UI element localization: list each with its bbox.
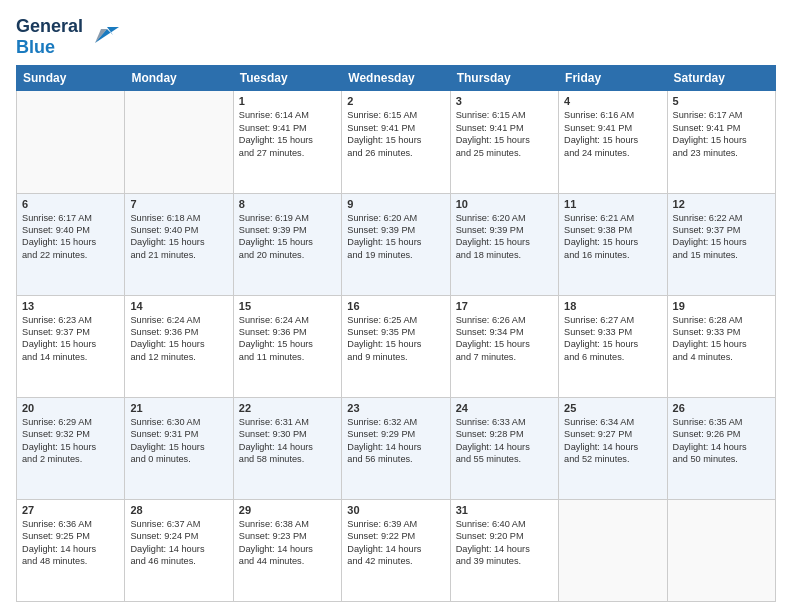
calendar-cell: 5Sunrise: 6:17 AM Sunset: 9:41 PM Daylig… bbox=[667, 91, 775, 193]
day-number: 26 bbox=[673, 402, 770, 414]
calendar-week-row: 20Sunrise: 6:29 AM Sunset: 9:32 PM Dayli… bbox=[17, 397, 776, 499]
day-number: 27 bbox=[22, 504, 119, 516]
calendar-cell: 16Sunrise: 6:25 AM Sunset: 9:35 PM Dayli… bbox=[342, 295, 450, 397]
calendar-cell: 19Sunrise: 6:28 AM Sunset: 9:33 PM Dayli… bbox=[667, 295, 775, 397]
calendar-cell: 1Sunrise: 6:14 AM Sunset: 9:41 PM Daylig… bbox=[233, 91, 341, 193]
calendar-cell: 28Sunrise: 6:37 AM Sunset: 9:24 PM Dayli… bbox=[125, 499, 233, 601]
day-number: 15 bbox=[239, 300, 336, 312]
cell-info: Sunrise: 6:30 AM Sunset: 9:31 PM Dayligh… bbox=[130, 416, 227, 466]
cell-info: Sunrise: 6:27 AM Sunset: 9:33 PM Dayligh… bbox=[564, 314, 661, 364]
day-number: 29 bbox=[239, 504, 336, 516]
cell-info: Sunrise: 6:32 AM Sunset: 9:29 PM Dayligh… bbox=[347, 416, 444, 466]
logo-text: GeneralBlue bbox=[16, 16, 83, 57]
calendar-cell: 25Sunrise: 6:34 AM Sunset: 9:27 PM Dayli… bbox=[559, 397, 667, 499]
cell-info: Sunrise: 6:15 AM Sunset: 9:41 PM Dayligh… bbox=[456, 109, 553, 159]
day-number: 20 bbox=[22, 402, 119, 414]
cell-info: Sunrise: 6:25 AM Sunset: 9:35 PM Dayligh… bbox=[347, 314, 444, 364]
weekday-header: Saturday bbox=[667, 66, 775, 91]
cell-info: Sunrise: 6:17 AM Sunset: 9:41 PM Dayligh… bbox=[673, 109, 770, 159]
cell-info: Sunrise: 6:24 AM Sunset: 9:36 PM Dayligh… bbox=[130, 314, 227, 364]
calendar-cell: 9Sunrise: 6:20 AM Sunset: 9:39 PM Daylig… bbox=[342, 193, 450, 295]
calendar-cell bbox=[125, 91, 233, 193]
calendar-cell: 7Sunrise: 6:18 AM Sunset: 9:40 PM Daylig… bbox=[125, 193, 233, 295]
cell-info: Sunrise: 6:38 AM Sunset: 9:23 PM Dayligh… bbox=[239, 518, 336, 568]
calendar-cell: 18Sunrise: 6:27 AM Sunset: 9:33 PM Dayli… bbox=[559, 295, 667, 397]
weekday-header: Wednesday bbox=[342, 66, 450, 91]
cell-info: Sunrise: 6:16 AM Sunset: 9:41 PM Dayligh… bbox=[564, 109, 661, 159]
day-number: 31 bbox=[456, 504, 553, 516]
day-number: 16 bbox=[347, 300, 444, 312]
calendar-cell: 21Sunrise: 6:30 AM Sunset: 9:31 PM Dayli… bbox=[125, 397, 233, 499]
calendar-week-row: 27Sunrise: 6:36 AM Sunset: 9:25 PM Dayli… bbox=[17, 499, 776, 601]
calendar-cell: 8Sunrise: 6:19 AM Sunset: 9:39 PM Daylig… bbox=[233, 193, 341, 295]
day-number: 18 bbox=[564, 300, 661, 312]
calendar-cell bbox=[17, 91, 125, 193]
cell-info: Sunrise: 6:24 AM Sunset: 9:36 PM Dayligh… bbox=[239, 314, 336, 364]
cell-info: Sunrise: 6:34 AM Sunset: 9:27 PM Dayligh… bbox=[564, 416, 661, 466]
day-number: 21 bbox=[130, 402, 227, 414]
day-number: 1 bbox=[239, 95, 336, 107]
day-number: 11 bbox=[564, 198, 661, 210]
cell-info: Sunrise: 6:21 AM Sunset: 9:38 PM Dayligh… bbox=[564, 212, 661, 262]
calendar-cell: 2Sunrise: 6:15 AM Sunset: 9:41 PM Daylig… bbox=[342, 91, 450, 193]
day-number: 28 bbox=[130, 504, 227, 516]
calendar-cell: 15Sunrise: 6:24 AM Sunset: 9:36 PM Dayli… bbox=[233, 295, 341, 397]
cell-info: Sunrise: 6:14 AM Sunset: 9:41 PM Dayligh… bbox=[239, 109, 336, 159]
calendar-cell: 6Sunrise: 6:17 AM Sunset: 9:40 PM Daylig… bbox=[17, 193, 125, 295]
day-number: 25 bbox=[564, 402, 661, 414]
logo-icon bbox=[87, 19, 119, 51]
calendar-week-row: 1Sunrise: 6:14 AM Sunset: 9:41 PM Daylig… bbox=[17, 91, 776, 193]
calendar-cell: 31Sunrise: 6:40 AM Sunset: 9:20 PM Dayli… bbox=[450, 499, 558, 601]
calendar-cell: 4Sunrise: 6:16 AM Sunset: 9:41 PM Daylig… bbox=[559, 91, 667, 193]
calendar-cell: 13Sunrise: 6:23 AM Sunset: 9:37 PM Dayli… bbox=[17, 295, 125, 397]
day-number: 9 bbox=[347, 198, 444, 210]
calendar-header-row: SundayMondayTuesdayWednesdayThursdayFrid… bbox=[17, 66, 776, 91]
day-number: 23 bbox=[347, 402, 444, 414]
cell-info: Sunrise: 6:39 AM Sunset: 9:22 PM Dayligh… bbox=[347, 518, 444, 568]
day-number: 30 bbox=[347, 504, 444, 516]
cell-info: Sunrise: 6:18 AM Sunset: 9:40 PM Dayligh… bbox=[130, 212, 227, 262]
calendar-cell: 17Sunrise: 6:26 AM Sunset: 9:34 PM Dayli… bbox=[450, 295, 558, 397]
calendar-week-row: 6Sunrise: 6:17 AM Sunset: 9:40 PM Daylig… bbox=[17, 193, 776, 295]
cell-info: Sunrise: 6:15 AM Sunset: 9:41 PM Dayligh… bbox=[347, 109, 444, 159]
day-number: 3 bbox=[456, 95, 553, 107]
calendar-cell: 30Sunrise: 6:39 AM Sunset: 9:22 PM Dayli… bbox=[342, 499, 450, 601]
day-number: 6 bbox=[22, 198, 119, 210]
cell-info: Sunrise: 6:17 AM Sunset: 9:40 PM Dayligh… bbox=[22, 212, 119, 262]
calendar-cell bbox=[667, 499, 775, 601]
cell-info: Sunrise: 6:26 AM Sunset: 9:34 PM Dayligh… bbox=[456, 314, 553, 364]
calendar-cell: 23Sunrise: 6:32 AM Sunset: 9:29 PM Dayli… bbox=[342, 397, 450, 499]
weekday-header: Tuesday bbox=[233, 66, 341, 91]
calendar-cell: 27Sunrise: 6:36 AM Sunset: 9:25 PM Dayli… bbox=[17, 499, 125, 601]
cell-info: Sunrise: 6:29 AM Sunset: 9:32 PM Dayligh… bbox=[22, 416, 119, 466]
cell-info: Sunrise: 6:20 AM Sunset: 9:39 PM Dayligh… bbox=[456, 212, 553, 262]
weekday-header: Monday bbox=[125, 66, 233, 91]
calendar-cell: 11Sunrise: 6:21 AM Sunset: 9:38 PM Dayli… bbox=[559, 193, 667, 295]
calendar-cell bbox=[559, 499, 667, 601]
cell-info: Sunrise: 6:22 AM Sunset: 9:37 PM Dayligh… bbox=[673, 212, 770, 262]
day-number: 8 bbox=[239, 198, 336, 210]
calendar-cell: 26Sunrise: 6:35 AM Sunset: 9:26 PM Dayli… bbox=[667, 397, 775, 499]
weekday-header: Thursday bbox=[450, 66, 558, 91]
day-number: 17 bbox=[456, 300, 553, 312]
cell-info: Sunrise: 6:35 AM Sunset: 9:26 PM Dayligh… bbox=[673, 416, 770, 466]
cell-info: Sunrise: 6:23 AM Sunset: 9:37 PM Dayligh… bbox=[22, 314, 119, 364]
day-number: 13 bbox=[22, 300, 119, 312]
cell-info: Sunrise: 6:20 AM Sunset: 9:39 PM Dayligh… bbox=[347, 212, 444, 262]
cell-info: Sunrise: 6:33 AM Sunset: 9:28 PM Dayligh… bbox=[456, 416, 553, 466]
cell-info: Sunrise: 6:31 AM Sunset: 9:30 PM Dayligh… bbox=[239, 416, 336, 466]
cell-info: Sunrise: 6:36 AM Sunset: 9:25 PM Dayligh… bbox=[22, 518, 119, 568]
day-number: 10 bbox=[456, 198, 553, 210]
calendar-cell: 20Sunrise: 6:29 AM Sunset: 9:32 PM Dayli… bbox=[17, 397, 125, 499]
cell-info: Sunrise: 6:37 AM Sunset: 9:24 PM Dayligh… bbox=[130, 518, 227, 568]
cell-info: Sunrise: 6:28 AM Sunset: 9:33 PM Dayligh… bbox=[673, 314, 770, 364]
day-number: 2 bbox=[347, 95, 444, 107]
day-number: 24 bbox=[456, 402, 553, 414]
calendar-cell: 10Sunrise: 6:20 AM Sunset: 9:39 PM Dayli… bbox=[450, 193, 558, 295]
calendar-cell: 3Sunrise: 6:15 AM Sunset: 9:41 PM Daylig… bbox=[450, 91, 558, 193]
day-number: 7 bbox=[130, 198, 227, 210]
day-number: 19 bbox=[673, 300, 770, 312]
calendar-cell: 12Sunrise: 6:22 AM Sunset: 9:37 PM Dayli… bbox=[667, 193, 775, 295]
calendar-cell: 14Sunrise: 6:24 AM Sunset: 9:36 PM Dayli… bbox=[125, 295, 233, 397]
weekday-header: Sunday bbox=[17, 66, 125, 91]
